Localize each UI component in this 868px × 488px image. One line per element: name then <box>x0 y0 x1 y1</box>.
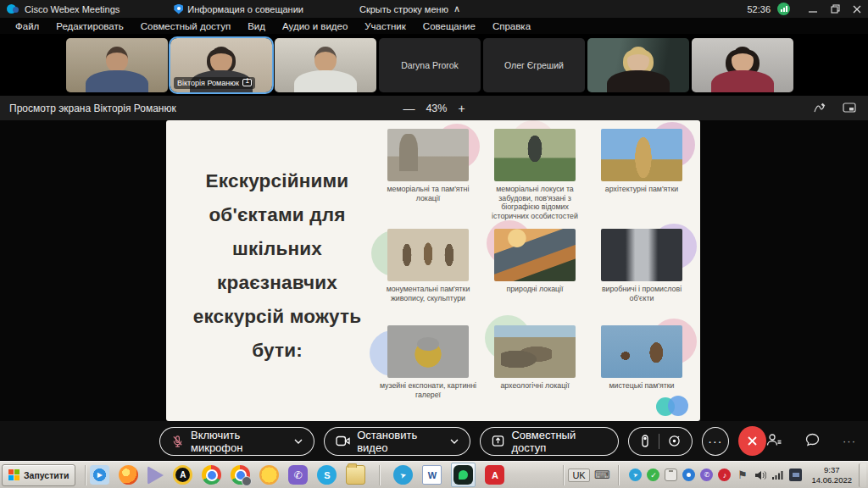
slide-figure: музейні експонати, картинні галереї <box>375 319 481 419</box>
participant-video-3[interactable] <box>275 38 376 92</box>
tray-icon-action-center-flag[interactable] <box>736 469 748 481</box>
slide-caption: меморіальні локуси та забудови, пов'язан… <box>482 185 587 221</box>
menu-help[interactable]: Справка <box>484 18 539 34</box>
tray-icon-viewer[interactable] <box>682 469 695 481</box>
shared-screen-area: Екскурсійними об'єктами для шкільних кра… <box>0 120 868 421</box>
camera-icon <box>336 435 350 446</box>
slide-title: Екскурсійними об'єктами для шкільних кра… <box>185 164 370 368</box>
participant-video-7[interactable] <box>692 38 793 92</box>
start-label: Запустити <box>24 470 69 480</box>
windows-logo-icon <box>8 469 19 480</box>
slide-caption: монументальні пам'ятки живопису, скульпт… <box>376 285 481 302</box>
tray-icon-antivirus[interactable] <box>647 469 659 481</box>
slide-image-artistic-monuments <box>601 325 682 378</box>
record-icon[interactable] <box>640 435 650 447</box>
close-button[interactable] <box>846 0 868 18</box>
leave-meeting-button[interactable] <box>738 426 766 456</box>
zoom-level[interactable]: 43% <box>426 103 447 114</box>
language-indicator[interactable]: UK <box>568 469 589 482</box>
participants-panel-button[interactable] <box>766 433 782 450</box>
taskbar-icon-word[interactable] <box>422 465 442 485</box>
share-content-label: Совместный доступ <box>511 429 606 454</box>
taskbar-icon-skype[interactable] <box>317 465 337 485</box>
divider <box>659 434 659 449</box>
close-x-icon <box>747 435 758 446</box>
taskbar-icon-webex-active[interactable] <box>453 465 473 485</box>
participant-video-6[interactable] <box>587 38 689 92</box>
meeting-control-bar: Включить микрофон Остановить видео Совме… <box>0 421 868 461</box>
tray-icon-volume[interactable] <box>754 469 766 481</box>
menu-edit[interactable]: Редактировать <box>47 18 131 34</box>
chat-panel-button[interactable] <box>805 433 820 450</box>
slide-image-memorial-locations <box>387 129 469 181</box>
restore-button[interactable] <box>824 0 846 18</box>
menu-audio-video[interactable]: Аудио и видео <box>274 18 356 34</box>
windows-taskbar: Запустити UK ⌨ <box>0 461 868 488</box>
slide-figure: природні локації <box>481 222 588 319</box>
menu-meeting[interactable]: Совещание <box>415 18 484 34</box>
unmute-label: Включить микрофон <box>191 429 287 454</box>
slide-caption: виробничі і промислові об'єкти <box>589 285 694 302</box>
taskbar-clock[interactable]: 9:37 14.06.2022 <box>811 465 852 485</box>
connection-quality-icon[interactable] <box>777 3 790 15</box>
tray-icon-telegram[interactable] <box>629 469 642 481</box>
tray-icon-clipboard[interactable] <box>665 469 677 481</box>
slide-figure-grid: меморіальні та пам'ятні локації меморіал… <box>375 122 695 419</box>
stop-video-label: Остановить видео <box>357 429 443 454</box>
hide-menu-button[interactable]: Скрыть строку меню ∧ <box>359 3 460 14</box>
meeting-info-button[interactable]: Информация о совещании <box>174 4 303 14</box>
chevron-down-icon[interactable] <box>294 439 303 444</box>
taskbar-icon-kmplayer[interactable] <box>147 466 164 485</box>
tray-icon-display[interactable] <box>789 469 802 481</box>
zoom-out-button[interactable]: — <box>403 102 415 115</box>
participant-tile-oleg[interactable]: Олег Єгреший <box>483 38 585 92</box>
share-content-button[interactable]: Совместный доступ <box>480 427 618 456</box>
tray-icon-viber[interactable] <box>700 469 713 481</box>
taskbar-icon-telegram[interactable] <box>393 465 413 485</box>
menu-participant[interactable]: Участник <box>356 18 415 34</box>
slide-image-architectural-monuments <box>601 129 682 181</box>
zoom-in-button[interactable]: + <box>458 102 465 115</box>
participant-silhouette <box>210 47 232 72</box>
slide-caption: природні локації <box>482 285 587 294</box>
taskbar-icon-chrome[interactable] <box>202 465 221 485</box>
taskbar-icon-media-player[interactable] <box>90 465 109 485</box>
reactions-icon[interactable] <box>668 435 681 447</box>
taskbar-icon-chrome-profile[interactable] <box>231 465 250 485</box>
stop-video-button[interactable]: Остановить видео <box>324 427 470 456</box>
taskbar-icon-aimp[interactable] <box>173 465 192 485</box>
share-info-bar: Просмотр экрана Вікторія Романюк — 43% + <box>0 96 868 120</box>
mic-muted-icon <box>171 435 184 448</box>
show-desktop-button[interactable] <box>859 463 866 487</box>
tray-icon-aimp[interactable] <box>718 469 731 481</box>
presentation-slide: Екскурсійними об'єктами для шкільних кра… <box>166 120 700 421</box>
start-button[interactable]: Запустити <box>2 464 75 486</box>
webex-logo-icon <box>7 4 19 14</box>
participant-video-active-speaker[interactable]: Вікторія Романюк <box>170 38 272 92</box>
divider <box>563 465 564 485</box>
menu-file[interactable]: Файл <box>7 18 47 34</box>
slide-image-natural-locations <box>494 229 576 281</box>
taskbar-icon-acrobat[interactable] <box>485 465 504 485</box>
participant-tile-daryna[interactable]: Daryna Prorok <box>379 38 481 92</box>
participant-video-1[interactable] <box>66 38 168 92</box>
menu-bar: Файл Редактировать Совместный доступ Вид… <box>0 18 868 34</box>
menu-view[interactable]: Вид <box>239 18 274 34</box>
more-options-button[interactable]: ··· <box>702 427 729 456</box>
minimize-button[interactable] <box>802 0 824 18</box>
chevron-up-icon: ∧ <box>453 3 460 14</box>
menu-share[interactable]: Совместный доступ <box>132 18 239 34</box>
slide-caption: музейні експонати, картинні галереї <box>376 381 481 399</box>
taskbar-icon-chrome-canary[interactable] <box>259 465 279 485</box>
tray-icon-network[interactable] <box>771 469 784 481</box>
taskbar-icon-viber[interactable] <box>288 465 308 485</box>
slide-figure: меморіальні та пам'ятні локації <box>375 122 481 222</box>
slide-figure: монументальні пам'ятки живопису, скульпт… <box>375 222 481 319</box>
slide-image-archaeological-locations <box>494 325 576 378</box>
chevron-down-icon[interactable] <box>450 439 459 444</box>
keyboard-icon[interactable]: ⌨ <box>594 469 610 481</box>
unmute-microphone-button[interactable]: Включить микрофон <box>159 427 314 456</box>
more-panels-button[interactable]: ··· <box>843 435 856 447</box>
taskbar-icon-file-explorer[interactable] <box>346 465 365 485</box>
taskbar-icon-firefox[interactable] <box>119 465 138 485</box>
